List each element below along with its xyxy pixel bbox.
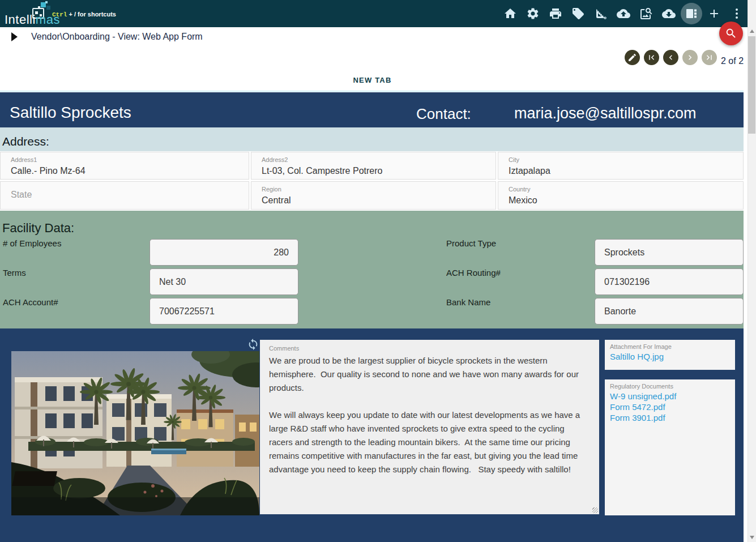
comments-text: We are proud to be the largest supplier … <box>269 354 590 476</box>
regulatory-doc-link-2[interactable]: Form 5472.pdf <box>610 402 665 412</box>
address2-value: Lt-03, Col. Campestre Potrero <box>262 166 382 176</box>
bank-name-input[interactable]: Banorte <box>595 298 744 325</box>
employees-input[interactable]: 280 <box>150 239 298 266</box>
first-record-button[interactable] <box>644 50 659 65</box>
regulatory-doc-link-1[interactable]: W-9 unsigned.pdf <box>610 391 676 401</box>
product-type-input[interactable]: Sprockets <box>595 239 744 266</box>
ach-routing-value: 071302196 <box>604 277 650 287</box>
contact-label: Contact: <box>416 105 471 123</box>
product-type-label: Product Type <box>446 238 496 248</box>
state-label: State <box>11 190 32 200</box>
shortcut-text: for shortcuts <box>78 11 116 18</box>
contact-email: maria.jose@saltillospr.com <box>514 105 697 122</box>
country-value: Mexico <box>509 195 537 206</box>
facility-section-title: Facility Data: <box>2 221 74 236</box>
view-module-icon[interactable] <box>685 7 698 20</box>
vendor-name: Saltillo Sprockets <box>10 104 131 122</box>
shortcut-hint: Ctrl + / for shortcuts <box>52 11 116 18</box>
more-vert-icon[interactable] <box>730 7 744 20</box>
terms-input[interactable]: Net 30 <box>150 268 298 295</box>
record-position-label: 2 of 2 <box>721 56 744 66</box>
address1-value: Calle.- Pino Mz-64 <box>11 166 86 176</box>
scrollbar-up-arrow[interactable] <box>750 29 754 33</box>
attachment-image-label: Attachment For Image <box>610 343 672 350</box>
address1-field[interactable]: Address1 Calle.- Pino Mz-64 <box>0 152 249 180</box>
shortcut-plus: + <box>69 11 72 18</box>
ruler-icon[interactable] <box>594 7 608 20</box>
ach-account-input[interactable]: 70067225571 <box>150 298 298 325</box>
address2-field[interactable]: Address2 Lt-03, Col. Campestre Potrero <box>251 152 496 180</box>
search-fab[interactable] <box>719 22 743 45</box>
region-field[interactable]: Region Central <box>251 181 496 210</box>
resize-handle-icon[interactable] <box>592 507 598 513</box>
sync-icon[interactable] <box>247 338 259 351</box>
bank-name-label: Bank Name <box>446 297 490 307</box>
chevron-left-icon <box>666 53 676 62</box>
address2-label: Address2 <box>262 156 288 163</box>
attachment-image-link[interactable]: Saltillo HQ.jpg <box>610 352 664 361</box>
tab-new-tab[interactable]: NEW TAB <box>306 76 439 84</box>
add-icon[interactable] <box>707 7 721 20</box>
terms-value: Net 30 <box>159 277 186 287</box>
scrollbar-down-arrow[interactable] <box>750 536 754 539</box>
facility-photo <box>11 351 259 515</box>
shortcut-ctrl-key: Ctrl <box>52 11 67 18</box>
comments-textarea[interactable]: Comments We are proud to be the largest … <box>260 340 599 514</box>
active-icon-highlight <box>681 3 702 24</box>
chevron-right-icon <box>685 53 695 62</box>
top-app-bar: Intellimas Ctrl + / for shortcuts <box>0 0 756 27</box>
bank-name-value: Banorte <box>604 306 636 317</box>
regulatory-documents-label: Regulatory Documents <box>610 383 673 390</box>
address-section-band <box>0 127 744 151</box>
breadcrumb-expander-icon[interactable] <box>9 32 18 44</box>
terms-label: Terms <box>3 268 26 278</box>
previous-record-button[interactable] <box>663 50 678 65</box>
cloud-upload-icon[interactable] <box>617 7 630 20</box>
first-page-icon <box>647 53 656 62</box>
image-search-icon[interactable] <box>639 7 653 20</box>
tag-icon[interactable] <box>571 7 585 20</box>
comments-label: Comments <box>269 345 299 352</box>
country-field[interactable]: Country Mexico <box>498 181 744 210</box>
toolbar-icon-group <box>503 0 744 27</box>
regulatory-doc-link-3[interactable]: Form 3901.pdf <box>610 413 665 422</box>
region-label: Region <box>262 186 281 193</box>
last-page-icon <box>704 53 714 62</box>
address1-label: Address1 <box>11 156 37 163</box>
ach-routing-label: ACH Routing# <box>446 268 501 278</box>
attachment-image-box: Attachment For Image Saltillo HQ.jpg <box>605 340 735 370</box>
breadcrumb: Vendor\Onboarding - View: Web App Form <box>31 32 203 42</box>
app-window: Intellimas Ctrl + / for shortcuts <box>0 0 756 542</box>
print-icon[interactable] <box>549 7 562 20</box>
city-value: Iztapalapa <box>509 166 550 176</box>
address-section-title: Address: <box>2 135 49 148</box>
regulatory-documents-box: Regulatory Documents W-9 unsigned.pdf Fo… <box>605 379 735 515</box>
employees-value: 280 <box>274 247 289 258</box>
ach-routing-input[interactable]: 071302196 <box>595 268 744 295</box>
city-label: City <box>509 156 519 163</box>
tab-indicator <box>0 91 744 92</box>
ach-account-value: 70067225571 <box>159 306 215 317</box>
product-type-value: Sprockets <box>604 247 644 258</box>
last-record-button[interactable] <box>702 50 717 65</box>
scrollbar-thumb[interactable] <box>748 36 755 134</box>
home-icon[interactable] <box>503 7 517 20</box>
ach-account-label: ACH Account# <box>3 297 58 307</box>
logo-intelli: Intelli <box>5 12 36 27</box>
city-field[interactable]: City Iztapalapa <box>498 152 744 180</box>
search-icon <box>725 27 737 40</box>
country-label: Country <box>509 186 531 193</box>
state-field[interactable]: State <box>0 181 249 210</box>
shortcut-slash: / <box>74 11 76 18</box>
region-value: Central <box>262 195 291 206</box>
edit-icon <box>627 53 637 62</box>
edit-record-button[interactable] <box>625 50 640 65</box>
next-record-button[interactable] <box>682 50 698 65</box>
employees-label: # of Employees <box>3 238 61 248</box>
settings-icon[interactable] <box>526 7 540 20</box>
cloud-download-icon[interactable] <box>662 7 676 20</box>
